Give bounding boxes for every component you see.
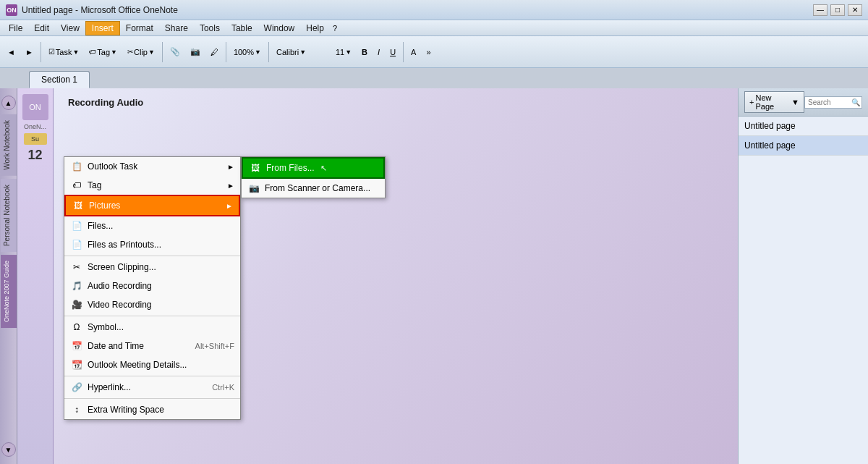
- menu-help[interactable]: Help: [300, 22, 330, 35]
- toolbar-icon-2[interactable]: 📷: [186, 45, 205, 59]
- notebook-label: OneN...: [24, 123, 46, 130]
- new-page-icon: +: [749, 98, 754, 106]
- insert-tag[interactable]: 🏷 Tag ►: [64, 176, 240, 195]
- menu-edit[interactable]: Edit: [28, 22, 55, 35]
- files-printouts-icon: 📄: [70, 238, 83, 251]
- menu-window[interactable]: Window: [258, 22, 301, 35]
- nav-down-button[interactable]: ▼: [0, 441, 17, 458]
- audio-recording-icon: 🎵: [70, 279, 83, 292]
- insert-video-recording[interactable]: 🎥 Video Recording: [64, 295, 240, 314]
- clip-dropdown[interactable]: ✂ Clip ▼: [123, 46, 159, 59]
- nav-up-button[interactable]: ▲: [0, 94, 17, 111]
- tag-dropdown[interactable]: 🏷 Tag ▼: [85, 46, 122, 59]
- menu-sep-2: [64, 316, 240, 316]
- pictures-icon: 🖼: [72, 199, 85, 212]
- search-icon[interactable]: 🔍: [851, 98, 860, 106]
- section-tab[interactable]: Section 1: [29, 71, 90, 88]
- menu-insert[interactable]: Insert: [85, 21, 120, 35]
- outlook-meeting-icon: 📆: [70, 358, 83, 371]
- page-item-2[interactable]: Untitled page: [739, 136, 868, 156]
- menu-share[interactable]: Share: [159, 22, 194, 35]
- menu-format[interactable]: Format: [120, 22, 159, 35]
- insert-hyperlink[interactable]: 🔗 Hyperlink... Ctrl+K: [64, 378, 240, 397]
- screen-clipping-icon: ✂: [70, 261, 83, 274]
- personal-notebook-tab[interactable]: Personal Notebook: [1, 179, 17, 252]
- insert-screen-clipping[interactable]: ✂ Screen Clipping...: [64, 258, 240, 277]
- date-label: Su: [24, 133, 47, 145]
- minimize-button[interactable]: —: [813, 4, 827, 16]
- search-box[interactable]: 🔍: [804, 96, 862, 109]
- titlebar-left: ON Untitled page - Microsoft Office OneN…: [6, 4, 178, 16]
- insert-pictures[interactable]: 🖼 Pictures ►: [64, 195, 240, 216]
- insert-extra-writing-space[interactable]: ↕ Extra Writing Space: [64, 400, 240, 419]
- toolbar: ◄ ► ☑ Task ▼ 🏷 Tag ▼ ✂ Clip ▼ 📎 📷 🖊 100%…: [0, 36, 868, 68]
- menubar: File Edit View Insert Format Share Tools…: [0, 20, 868, 36]
- hyperlink-icon: 🔗: [70, 381, 83, 394]
- menu-sep-3: [64, 376, 240, 376]
- window-title: Untitled page - Microsoft Office OneNote: [22, 5, 178, 15]
- extra-writing-icon: ↕: [70, 403, 83, 416]
- highlight-button[interactable]: A: [407, 46, 420, 59]
- forward-button[interactable]: ►: [21, 46, 38, 59]
- notebook-panel: ON OneN... Su 12: [17, 88, 54, 464]
- menu-sep-4: [64, 398, 240, 399]
- insert-menu: 📋 Outlook Task ► 🏷 Tag ► 🖼 Pictures ► 📄 …: [64, 156, 241, 420]
- insert-outlook-task[interactable]: 📋 Outlook Task ►: [64, 157, 240, 176]
- toolbar-sep-3: [226, 42, 226, 62]
- close-button[interactable]: ✕: [848, 4, 862, 16]
- toolbar-icon-1[interactable]: 📎: [166, 45, 184, 59]
- insert-files[interactable]: 📄 Files...: [64, 216, 240, 235]
- left-sidebar: ▲ Work Notebook Personal Notebook OneNot…: [0, 88, 17, 464]
- toolbar-sep-5: [403, 42, 404, 62]
- font-name-dropdown[interactable]: Calibri ▼: [272, 46, 330, 59]
- date-number: 12: [27, 148, 42, 163]
- zoom-dropdown[interactable]: 100% ▼: [229, 46, 265, 59]
- insert-outlook-meeting[interactable]: 📆 Outlook Meeting Details...: [64, 355, 240, 374]
- pictures-submenu: 🖼 From Files... ↖ 📷 From Scanner or Came…: [241, 156, 386, 198]
- italic-button[interactable]: I: [373, 46, 384, 59]
- search-input[interactable]: [808, 98, 851, 106]
- menu-view[interactable]: View: [55, 22, 85, 35]
- insert-date-time[interactable]: 📅 Date and Time Alt+Shift+F: [64, 337, 240, 355]
- menu-file[interactable]: File: [3, 22, 28, 35]
- insert-audio-recording[interactable]: 🎵 Audio Recording: [64, 277, 240, 295]
- window-controls[interactable]: — □ ✕: [813, 4, 862, 16]
- toolbar-sep-4: [268, 42, 269, 62]
- onenote-guide-tab[interactable]: OneNote 2007 Guide: [1, 255, 17, 328]
- files-icon: 📄: [70, 219, 83, 232]
- underline-button[interactable]: U: [386, 46, 400, 59]
- insert-files-printouts[interactable]: 📄 Files as Printouts...: [64, 235, 240, 254]
- submenu-from-scanner[interactable]: 📷 From Scanner or Camera...: [242, 179, 385, 198]
- from-scanner-icon: 📷: [247, 182, 260, 195]
- maximize-button[interactable]: □: [830, 4, 845, 16]
- help-icon[interactable]: ?: [333, 24, 337, 33]
- notebook-icon[interactable]: ON: [22, 94, 48, 120]
- back-button[interactable]: ◄: [3, 46, 20, 59]
- work-notebook-tab[interactable]: Work Notebook: [1, 114, 17, 176]
- task-dropdown[interactable]: ☑ Task ▼: [44, 46, 84, 59]
- more-button[interactable]: »: [422, 46, 435, 59]
- toolbar-icon-3[interactable]: 🖊: [206, 46, 223, 59]
- bold-button[interactable]: B: [357, 46, 372, 59]
- menu-sep-1: [64, 256, 240, 256]
- right-panel: + New Page ▼ 🔍 Untitled page Untitled pa…: [738, 88, 868, 464]
- symbol-icon: Ω: [70, 321, 83, 334]
- recording-label: Recording Audio: [68, 97, 143, 108]
- insert-symbol[interactable]: Ω Symbol...: [64, 318, 240, 337]
- new-page-arrow[interactable]: ▼: [791, 98, 799, 106]
- titlebar: ON Untitled page - Microsoft Office OneN…: [0, 0, 868, 20]
- new-page-button[interactable]: + New Page ▼: [744, 91, 804, 113]
- font-size-dropdown[interactable]: 11 ▼: [331, 46, 356, 59]
- outlook-task-icon: 📋: [70, 160, 83, 173]
- menu-table[interactable]: Table: [226, 22, 258, 35]
- tabs-area: Section 1: [0, 68, 868, 88]
- page-item-1[interactable]: Untitled page: [739, 117, 868, 136]
- from-files-icon: 🖼: [249, 161, 262, 174]
- main-layout: ▲ Work Notebook Personal Notebook OneNot…: [0, 88, 868, 464]
- right-panel-header: + New Page ▼ 🔍: [739, 88, 868, 117]
- menu-tools[interactable]: Tools: [194, 22, 226, 35]
- toolbar-sep-2: [162, 42, 163, 62]
- toolbar-sep-1: [41, 42, 41, 62]
- submenu-from-files[interactable]: 🖼 From Files... ↖: [242, 157, 385, 179]
- new-page-label: New Page: [755, 93, 790, 111]
